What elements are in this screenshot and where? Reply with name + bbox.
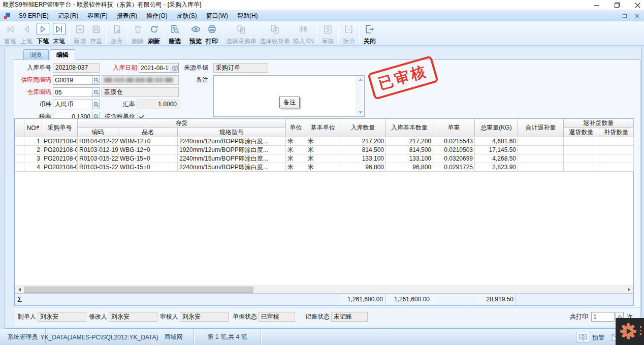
col-header-name[interactable]: 品名 <box>118 128 178 137</box>
currency-input[interactable] <box>53 100 92 109</box>
cell-total-adjust[interactable] <box>518 163 564 172</box>
col-header-inventory[interactable]: 存货 <box>78 119 286 128</box>
cell-base-qty[interactable]: 217,200 <box>386 137 433 146</box>
toolbar-filter-button[interactable]: 筛选 <box>167 22 183 45</box>
cell-supply-qty[interactable] <box>599 154 634 163</box>
row-selector-cell[interactable] <box>15 146 24 154</box>
cell-supply-qty[interactable] <box>599 163 634 172</box>
widget-menu-dots[interactable] <box>640 326 641 335</box>
supplier-code-input[interactable] <box>53 75 92 85</box>
col-header-unit-weight[interactable]: 单重 <box>433 119 475 137</box>
alert-button[interactable]: 预警 <box>576 332 604 343</box>
cell-code[interactable]: R0103-012-1920-00 <box>78 146 118 154</box>
col-header-no[interactable]: NO <box>24 119 42 137</box>
col-header-base-unit[interactable]: 基本单位 <box>306 119 340 137</box>
row-selector-cell[interactable] <box>15 154 24 163</box>
toolbar-last-button[interactable]: 末笔 <box>51 22 67 45</box>
cell-name[interactable]: WBG-12+0 <box>118 146 178 154</box>
menu-item[interactable]: S9 ERP(E) <box>14 10 53 21</box>
cell-base-unit[interactable]: 米 <box>306 163 340 172</box>
currency-lookup-button[interactable] <box>92 100 100 109</box>
cell-qty[interactable]: 133,100 <box>340 154 386 163</box>
toolbar-close-button[interactable]: 关闭 <box>362 22 378 45</box>
cell-total-weight[interactable]: 17,145.50 <box>475 146 518 154</box>
cell-base-unit[interactable]: 米 <box>306 146 340 154</box>
toolbar-first-button[interactable]: 首笔 <box>2 22 18 45</box>
cell-return-qty[interactable] <box>564 154 599 163</box>
cell-spec[interactable]: 2240mm/12um/BOPP即涂白度... <box>178 137 286 146</box>
cell-total-weight[interactable]: 2,823.90 <box>475 163 518 172</box>
col-header-spec[interactable]: 规格型号 <box>178 128 286 137</box>
cell-base-qty[interactable]: 96,800 <box>386 163 433 172</box>
cell-return-qty[interactable] <box>564 137 599 146</box>
cell-spec[interactable]: 2240mm/15um/BOPP即涂白度... <box>178 154 286 163</box>
cell-po[interactable]: PO202108-0... <box>42 163 78 172</box>
toolbar-print-button[interactable]: 打印 <box>204 22 220 45</box>
warehouse-code-input[interactable] <box>53 87 92 97</box>
toolbar-select-po-button[interactable]: 选择采购单 <box>224 22 258 45</box>
cell-total-weight[interactable]: 4,268.50 <box>475 154 518 163</box>
col-header-return-supply[interactable]: 退补货数量 <box>564 119 634 128</box>
row-selector-header[interactable] <box>15 119 24 137</box>
cell-po[interactable]: PO202108-0... <box>42 146 78 154</box>
cell-unit[interactable]: 米 <box>286 154 306 163</box>
cell-total-adjust[interactable] <box>518 137 564 146</box>
col-header-return-qty[interactable]: 退货数量 <box>564 128 599 137</box>
remark-scrollbar[interactable] <box>357 76 364 116</box>
cell-return-qty[interactable] <box>564 163 599 172</box>
toolbar-delete-button[interactable]: 删除 <box>130 22 146 45</box>
cell-base-qty[interactable]: 814,500 <box>386 146 433 154</box>
col-header-code[interactable]: 编码 <box>78 128 118 137</box>
toolbar-audit-button[interactable]: 审核 <box>320 22 336 45</box>
cell-spec[interactable]: 1920mm/12um/BOPP即涂白度... <box>178 146 286 154</box>
cell-unit-weight[interactable]: 0.0320699 <box>433 154 475 163</box>
tab-browse[interactable]: 浏览 <box>23 49 49 60</box>
close-icon[interactable] <box>634 2 641 9</box>
remark-textarea[interactable] <box>214 76 357 116</box>
grid-hscrollbar[interactable] <box>15 286 633 293</box>
cell-qty[interactable]: 814,500 <box>340 146 386 154</box>
mdi-close-icon[interactable] <box>634 13 640 19</box>
toolbar-refresh-button[interactable]: 刷新 <box>146 22 162 45</box>
minimize-icon[interactable] <box>593 2 600 9</box>
cell-unit-weight[interactable]: 0.0215543 <box>433 137 475 146</box>
col-header-qty[interactable]: 入库数量 <box>340 119 386 137</box>
hscroll-thumb[interactable] <box>24 287 253 293</box>
menu-item[interactable]: 记录(R) <box>53 10 83 21</box>
cell-qty[interactable]: 217,200 <box>340 137 386 146</box>
cell-unit-weight[interactable]: 0.0291725 <box>433 163 475 172</box>
cell-spec[interactable]: 2240mm/15um/BOPP即涂白度... <box>178 163 286 172</box>
cell-total-adjust[interactable] <box>518 146 564 154</box>
toolbar-save-button[interactable]: 存盘 <box>88 22 104 45</box>
cell-name[interactable]: WBM-12+0 <box>118 137 178 146</box>
menu-item[interactable]: 界面(F) <box>83 10 112 21</box>
scroll-down-icon[interactable] <box>358 109 364 116</box>
cell-no[interactable]: 4 <box>24 163 42 172</box>
cell-unit[interactable]: 米 <box>286 163 306 172</box>
menu-item[interactable]: 窗口(W) <box>202 10 233 21</box>
toolbar-next-button[interactable]: 下笔 <box>35 22 51 45</box>
cell-code[interactable]: R0103-015-2240-00 <box>78 154 118 163</box>
restore-icon[interactable] <box>614 2 621 9</box>
cell-unit[interactable]: 米 <box>286 137 306 146</box>
row-selector-cell[interactable] <box>15 137 24 146</box>
menu-item[interactable]: 帮助(H) <box>233 10 263 21</box>
toolbar-preview-button[interactable]: 预览 <box>187 22 204 45</box>
calendar-button[interactable]: 31 <box>171 63 179 73</box>
mdi-minimize-icon[interactable] <box>609 13 616 19</box>
print-count-input[interactable] <box>591 312 615 322</box>
col-header-po[interactable]: 采购单号 <box>42 119 78 137</box>
cell-base-unit[interactable]: 米 <box>306 154 340 163</box>
supplier-lookup-button[interactable] <box>92 75 100 85</box>
col-header-unit[interactable]: 单位 <box>286 119 306 137</box>
cell-supply-qty[interactable] <box>599 146 634 154</box>
cell-code[interactable]: R0103-015-2240-00 <box>78 163 118 172</box>
scroll-up-icon[interactable] <box>358 76 364 83</box>
cell-unit[interactable]: 米 <box>286 146 306 154</box>
scroll-left-icon[interactable] <box>16 287 23 293</box>
scroll-right-icon[interactable] <box>625 287 632 293</box>
menu-item[interactable]: 操作(O) <box>142 10 172 21</box>
toolbar-discard-button[interactable]: 放弃 <box>109 22 125 45</box>
menu-item[interactable]: 皮肤(S) <box>172 10 202 21</box>
cell-return-qty[interactable] <box>564 146 599 154</box>
